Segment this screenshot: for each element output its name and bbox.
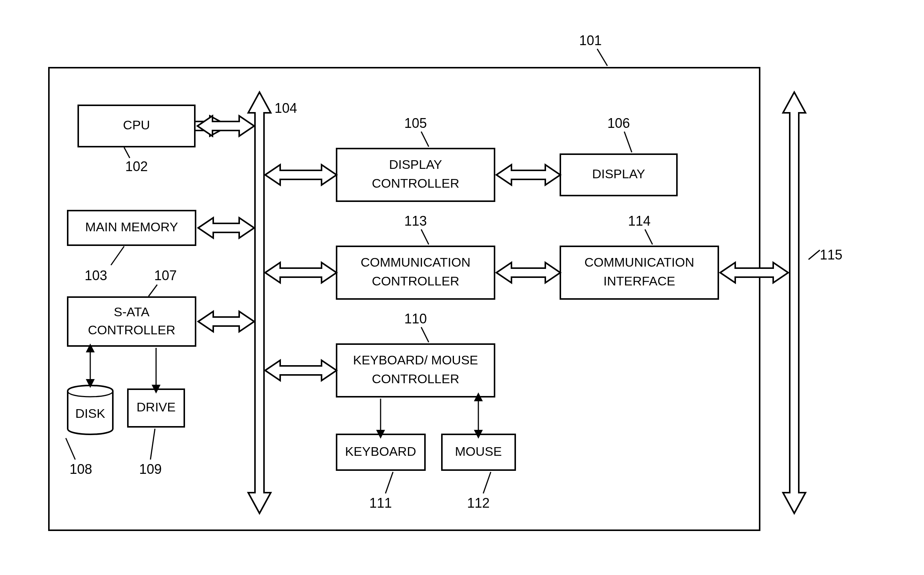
ref-111: 111 xyxy=(369,495,392,511)
ref-114: 114 xyxy=(628,213,651,229)
kbm-label-1: KEYBOARD/ MOUSE xyxy=(353,353,478,367)
drive-label: DRIVE xyxy=(137,400,176,414)
arr-ci-bus2 xyxy=(720,262,788,283)
ref-110: 110 xyxy=(404,311,427,326)
ref-112: 112 xyxy=(467,495,490,511)
kbm-label-2: CONTROLLER xyxy=(372,372,459,386)
bus-1 xyxy=(248,92,271,513)
ci-label-1: COMMUNICATION xyxy=(584,255,694,269)
ref-tick-115 xyxy=(808,250,820,259)
ref-113: 113 xyxy=(404,213,427,229)
dc-label-2: CONTROLLER xyxy=(372,176,459,190)
ref-tick-110 xyxy=(421,327,429,342)
cpu-label: CPU xyxy=(123,118,150,132)
arr-bus-cc xyxy=(265,262,337,283)
disk-label: DISK xyxy=(75,406,105,421)
keyboard-label: KEYBOARD xyxy=(345,444,416,458)
ref-115: 115 xyxy=(820,247,842,262)
svg-marker-0 xyxy=(248,92,271,513)
ref-102: 102 xyxy=(125,159,148,174)
comm-controller-box xyxy=(337,246,495,299)
cc-label-2: CONTROLLER xyxy=(372,274,459,288)
ref-tick-108 xyxy=(66,438,75,459)
arr-cc-ci xyxy=(496,262,560,283)
ref-tick-109 xyxy=(151,429,155,459)
arr-dc-display xyxy=(496,165,560,185)
block-diagram: 101 104 115 CPU 102 MAIN MEMORY 103 S-AT… xyxy=(0,0,924,575)
ref-108: 108 xyxy=(70,461,92,477)
ref-tick-107 xyxy=(149,285,157,296)
dc-label-1: DISPLAY xyxy=(389,157,442,172)
arr-cpu-bus-double xyxy=(197,116,254,136)
display-controller-box xyxy=(337,149,495,201)
ref-103: 103 xyxy=(85,268,107,283)
ref-101: 101 xyxy=(579,33,602,48)
ref-tick-114 xyxy=(645,229,653,245)
ref-tick-106 xyxy=(624,132,632,152)
ref-tick-101 xyxy=(597,49,607,66)
ref-107: 107 xyxy=(154,268,177,283)
ref-105: 105 xyxy=(404,116,427,131)
ref-tick-111 xyxy=(386,472,393,493)
kbm-controller-box xyxy=(337,344,495,397)
cc-label-1: COMMUNICATION xyxy=(360,255,470,269)
ref-106: 106 xyxy=(607,116,630,131)
ref-109: 109 xyxy=(139,461,162,477)
comm-interface-box xyxy=(560,246,718,299)
display-label: DISPLAY xyxy=(592,167,645,181)
ci-label-2: INTERFACE xyxy=(603,274,675,288)
sata-label-2: CONTROLLER xyxy=(88,322,175,337)
bus-2 xyxy=(783,92,805,513)
svg-marker-1 xyxy=(783,92,805,513)
ref-tick-103 xyxy=(111,246,124,265)
sata-label-1: S-ATA xyxy=(114,305,149,319)
ref-104: 104 xyxy=(275,100,297,116)
ref-tick-105 xyxy=(421,132,429,147)
arr-mm-bus xyxy=(198,218,254,238)
mouse-label: MOUSE xyxy=(455,444,502,458)
main-memory-label: MAIN MEMORY xyxy=(86,220,178,234)
ref-tick-102 xyxy=(124,148,130,158)
arr-bus-kbm xyxy=(265,360,337,381)
ref-tick-113 xyxy=(421,229,429,245)
ref-tick-112 xyxy=(483,472,491,493)
arr-bus-dc xyxy=(265,165,337,185)
arr-sata-bus xyxy=(198,311,254,332)
